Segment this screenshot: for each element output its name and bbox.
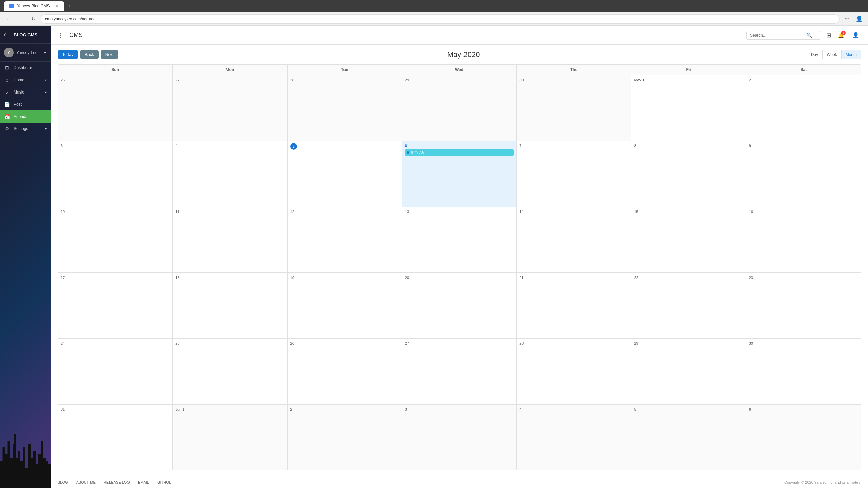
sidebar-item-home[interactable]: ⌂ Home ▾ bbox=[0, 74, 51, 86]
account-button[interactable]: 👤 bbox=[850, 30, 861, 41]
day-cell[interactable]: 6 bbox=[746, 405, 861, 470]
sidebar-content: ⌂ BLOG CMS Y Yancey Leo ▼ ⊞ Dashboard ⌂ … bbox=[0, 26, 51, 488]
sidebar-item-label: Home bbox=[14, 78, 24, 82]
day-cell[interactable]: 2 bbox=[746, 75, 861, 141]
sidebar-item-label: Agenda bbox=[14, 114, 27, 119]
event-dot bbox=[407, 151, 409, 154]
user-profile[interactable]: Y Yancey Leo ▼ bbox=[0, 44, 51, 62]
sidebar-item-post[interactable]: 📄 Post bbox=[0, 98, 51, 110]
back-button[interactable]: Back bbox=[80, 50, 99, 59]
day-cell[interactable]: 28 bbox=[288, 75, 402, 141]
calendar-week-6: 31 Jun 1 2 3 4 5 6 bbox=[58, 405, 861, 470]
day-cell-selected[interactable]: 6 图书 996 bbox=[402, 141, 517, 206]
notifications-button[interactable]: 🔔 1 bbox=[835, 30, 846, 41]
url-text: cms.yanceyleo.com/agenda bbox=[45, 17, 96, 21]
header-wed: Wed bbox=[402, 65, 517, 75]
tab-favicon bbox=[9, 4, 14, 8]
day-cell[interactable]: 11 bbox=[173, 207, 287, 272]
day-cell[interactable]: Jun 1 bbox=[173, 405, 287, 470]
day-cell[interactable]: May 1 bbox=[631, 75, 746, 141]
day-cell-today[interactable]: 5 bbox=[288, 141, 402, 206]
day-cell[interactable]: 9 bbox=[746, 141, 861, 206]
day-cell[interactable]: 25 bbox=[173, 339, 287, 404]
day-cell[interactable]: 16 bbox=[746, 207, 861, 272]
day-cell[interactable]: 18 bbox=[173, 273, 287, 338]
reload-button[interactable]: ↻ bbox=[28, 14, 38, 24]
day-cell[interactable]: 30 bbox=[517, 75, 631, 141]
day-cell[interactable]: 3 bbox=[58, 141, 173, 206]
next-button[interactable]: Next bbox=[101, 50, 119, 59]
day-view-button[interactable]: Day bbox=[807, 50, 823, 59]
calendar-event[interactable]: 图书 996 bbox=[405, 149, 514, 156]
footer-link-about[interactable]: ABOUT ME bbox=[76, 480, 96, 484]
day-cell[interactable]: 5 bbox=[631, 405, 746, 470]
day-cell[interactable]: 7 bbox=[517, 141, 631, 206]
footer-link-email[interactable]: EMAIL bbox=[138, 480, 149, 484]
user-name: Yancey Leo bbox=[16, 50, 41, 55]
sidebar-item-settings[interactable]: ⚙ Settings ▾ bbox=[0, 123, 51, 135]
day-cell[interactable]: 29 bbox=[631, 339, 746, 404]
header-sun: Sun bbox=[58, 65, 173, 75]
sidebar-item-dashboard[interactable]: ⊞ Dashboard bbox=[0, 62, 51, 74]
grid-view-icon[interactable]: ⊞ bbox=[826, 32, 831, 39]
calendar-controls: Today Back Next May 2020 Day Week Month bbox=[58, 50, 861, 59]
day-cell[interactable]: 4 bbox=[517, 405, 631, 470]
day-cell[interactable]: 20 bbox=[402, 273, 517, 338]
day-cell[interactable]: 2 bbox=[288, 405, 402, 470]
calendar-week-4: 17 18 19 20 21 22 23 bbox=[58, 273, 861, 339]
day-cell[interactable]: 26 bbox=[58, 75, 173, 141]
sidebar-item-label: Post bbox=[14, 102, 22, 107]
profile-button[interactable]: 👤 bbox=[854, 14, 864, 24]
day-cell[interactable]: 26 bbox=[288, 339, 402, 404]
day-cell[interactable]: 10 bbox=[58, 207, 173, 272]
day-cell[interactable]: 27 bbox=[173, 75, 287, 141]
main-content: ⋮ CMS 🔍 ⊞ 🔔 1 👤 Today Back Next bbox=[51, 26, 868, 488]
day-cell[interactable]: 15 bbox=[631, 207, 746, 272]
footer-link-release[interactable]: RELEASE LOG bbox=[104, 480, 130, 484]
today-button[interactable]: Today bbox=[58, 50, 78, 59]
day-cell[interactable]: 22 bbox=[631, 273, 746, 338]
bookmark-button[interactable]: ☆ bbox=[842, 14, 852, 24]
day-cell[interactable]: 27 bbox=[402, 339, 517, 404]
day-cell[interactable]: 28 bbox=[517, 339, 631, 404]
day-cell[interactable]: 13 bbox=[402, 207, 517, 272]
calendar-header: Sun Mon Tue Wed Thu Fri Sat bbox=[58, 65, 861, 75]
browser-chrome: Yancey Blog CMS ✕ + bbox=[0, 0, 868, 12]
header-tue: Tue bbox=[288, 65, 402, 75]
search-box[interactable]: 🔍 bbox=[746, 31, 821, 40]
week-view-button[interactable]: Week bbox=[823, 50, 841, 59]
footer-link-blog[interactable]: BLOG bbox=[58, 480, 68, 484]
page-title: CMS bbox=[69, 32, 741, 39]
event-label: 图书 996 bbox=[411, 150, 424, 154]
tab-close-icon[interactable]: ✕ bbox=[55, 4, 59, 8]
day-cell[interactable]: 14 bbox=[517, 207, 631, 272]
day-cell[interactable]: 30 bbox=[746, 339, 861, 404]
day-cell[interactable]: 19 bbox=[288, 273, 402, 338]
day-cell[interactable]: 31 bbox=[58, 405, 173, 470]
day-cell[interactable]: 29 bbox=[402, 75, 517, 141]
new-tab-icon[interactable]: + bbox=[68, 3, 71, 9]
calendar-week-5: 24 25 26 27 28 29 30 bbox=[58, 339, 861, 404]
back-button[interactable]: ← bbox=[4, 14, 14, 24]
day-cell[interactable]: 4 bbox=[173, 141, 287, 206]
browser-tab[interactable]: Yancey Blog CMS ✕ bbox=[4, 1, 64, 11]
music-icon: ♪ bbox=[4, 89, 10, 95]
day-cell[interactable]: 24 bbox=[58, 339, 173, 404]
day-cell[interactable]: 21 bbox=[517, 273, 631, 338]
footer-link-github[interactable]: GITHUB bbox=[157, 480, 172, 484]
month-view-button[interactable]: Month bbox=[842, 50, 861, 59]
day-cell[interactable]: 12 bbox=[288, 207, 402, 272]
search-icon: 🔍 bbox=[806, 33, 812, 38]
sidebar-item-agenda[interactable]: 📅 Agenda bbox=[0, 110, 51, 123]
day-cell[interactable]: 8 bbox=[631, 141, 746, 206]
search-input[interactable] bbox=[750, 33, 804, 38]
calendar-week-1: 26 27 28 29 30 May 1 2 bbox=[58, 75, 861, 141]
sidebar-item-music[interactable]: ♪ Music ▾ bbox=[0, 86, 51, 98]
day-cell[interactable]: 3 bbox=[402, 405, 517, 470]
address-bar[interactable]: cms.yanceyleo.com/agenda bbox=[41, 14, 840, 24]
day-cell[interactable]: 17 bbox=[58, 273, 173, 338]
forward-button[interactable]: → bbox=[16, 14, 26, 24]
menu-icon[interactable]: ⋮ bbox=[58, 32, 64, 39]
day-cell[interactable]: 23 bbox=[746, 273, 861, 338]
calendar-grid: Sun Mon Tue Wed Thu Fri Sat 26 27 28 29 bbox=[58, 64, 861, 470]
